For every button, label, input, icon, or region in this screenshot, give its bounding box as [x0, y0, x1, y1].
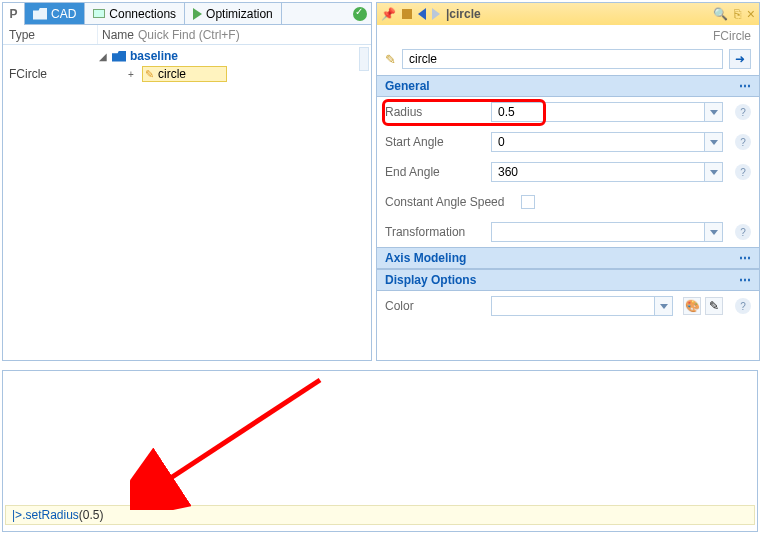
tree-leaf-selected[interactable]: ✎ circle [142, 66, 227, 82]
name-input[interactable] [402, 49, 723, 69]
help-icon[interactable]: ? [735, 298, 751, 314]
prop-label: Color [385, 299, 485, 313]
help-icon[interactable]: ? [735, 104, 751, 120]
prop-transformation: Transformation ? [377, 217, 759, 247]
more-icon[interactable]: ⋯ [739, 251, 751, 265]
palette-icon[interactable]: 🎨 [683, 297, 701, 315]
prop-label: End Angle [385, 165, 485, 179]
tree-root-row[interactable]: ◢ baseline [3, 47, 371, 65]
tab-label: CAD [51, 7, 76, 21]
const-speed-checkbox[interactable] [521, 195, 535, 209]
next-icon[interactable] [432, 8, 440, 20]
properties-panel: 📌 |circle 🔍 ⎘ × FCircle ✎ ➜ General ⋯ Ra… [376, 2, 760, 361]
scrollbar[interactable] [359, 47, 369, 71]
monitor-icon [93, 9, 105, 18]
start-angle-input[interactable] [491, 132, 705, 152]
tree-leaf-type: FCircle [3, 67, 98, 81]
tab-bar: P CAD Connections Optimization [3, 3, 371, 25]
close-icon[interactable]: × [747, 6, 755, 22]
console-panel: |> .setRadius (0.5) [2, 370, 758, 532]
prop-radius: Radius ? [377, 97, 759, 127]
add-icon[interactable]: + [126, 69, 136, 80]
tab-connections[interactable]: Connections [85, 3, 185, 24]
breadcrumb: FCircle [377, 25, 759, 45]
more-icon[interactable]: ⋯ [739, 79, 751, 93]
section-axis-modeling[interactable]: Axis Modeling ⋯ [377, 247, 759, 269]
stop-icon[interactable] [402, 9, 412, 19]
section-display-options[interactable]: Display Options ⋯ [377, 269, 759, 291]
section-general[interactable]: General ⋯ [377, 75, 759, 97]
edit-icon[interactable]: ✎ [705, 297, 723, 315]
project-icon[interactable]: P [3, 3, 25, 25]
prop-start-angle: Start Angle ? [377, 127, 759, 157]
titlebar-title: |circle [446, 7, 481, 21]
go-button[interactable]: ➜ [729, 49, 751, 69]
color-input[interactable] [491, 296, 655, 316]
more-icon[interactable]: ⋯ [739, 273, 751, 287]
tab-optimization[interactable]: Optimization [185, 3, 282, 24]
tree-leaf-row[interactable]: FCircle + ✎ circle [3, 65, 371, 83]
prop-label: Radius [385, 105, 485, 119]
copy-icon[interactable]: ⎘ [734, 7, 741, 21]
transformation-input[interactable] [491, 222, 705, 242]
tab-cad[interactable]: CAD [25, 3, 85, 24]
help-icon[interactable]: ? [735, 224, 751, 240]
play-icon [193, 8, 202, 20]
console-line[interactable]: |> .setRadius (0.5) [5, 505, 755, 525]
name-bar: ✎ ➜ [377, 45, 759, 75]
left-panel: P CAD Connections Optimization Type Name… [2, 2, 372, 361]
header-name[interactable]: Name [98, 25, 134, 44]
folder-icon [33, 8, 47, 20]
tree-view: ◢ baseline FCircle + ✎ circle [3, 45, 371, 360]
header-type[interactable]: Type [3, 25, 98, 44]
help-icon[interactable]: ? [735, 134, 751, 150]
dropdown-button[interactable] [705, 132, 723, 152]
properties-titlebar: 📌 |circle 🔍 ⎘ × [377, 3, 759, 25]
status-ok-icon [353, 7, 367, 21]
dropdown-button[interactable] [655, 296, 673, 316]
tree-root-label[interactable]: baseline [130, 49, 178, 63]
prop-const-angle-speed: Constant Angle Speed [377, 187, 759, 217]
console-args: (0.5) [79, 508, 104, 522]
dropdown-button[interactable] [705, 162, 723, 182]
pencil-icon: ✎ [385, 52, 396, 67]
collapse-icon[interactable]: ◢ [98, 51, 108, 62]
tab-label: Connections [109, 7, 176, 21]
radius-input[interactable] [491, 102, 705, 122]
list-headers: Type Name Quick Find (Ctrl+F) [3, 25, 371, 45]
tab-label: Optimization [206, 7, 273, 21]
dropdown-button[interactable] [705, 222, 723, 242]
tree-leaf-name: circle [158, 67, 186, 81]
prop-color: Color 🎨 ✎ ? [377, 291, 759, 321]
prop-end-angle: End Angle ? [377, 157, 759, 187]
prev-icon[interactable] [418, 8, 426, 20]
header-quickfind[interactable]: Quick Find (Ctrl+F) [134, 25, 371, 44]
console-method: .setRadius [22, 508, 79, 522]
pencil-icon: ✎ [145, 68, 154, 81]
search-icon[interactable]: 🔍 [713, 7, 728, 21]
console-prompt: |> [12, 508, 22, 522]
prop-label: Transformation [385, 225, 485, 239]
pin-icon[interactable]: 📌 [381, 7, 396, 21]
dropdown-button[interactable] [705, 102, 723, 122]
folder-icon [112, 51, 126, 62]
prop-label: Constant Angle Speed [385, 195, 515, 209]
end-angle-input[interactable] [491, 162, 705, 182]
help-icon[interactable]: ? [735, 164, 751, 180]
prop-label: Start Angle [385, 135, 485, 149]
